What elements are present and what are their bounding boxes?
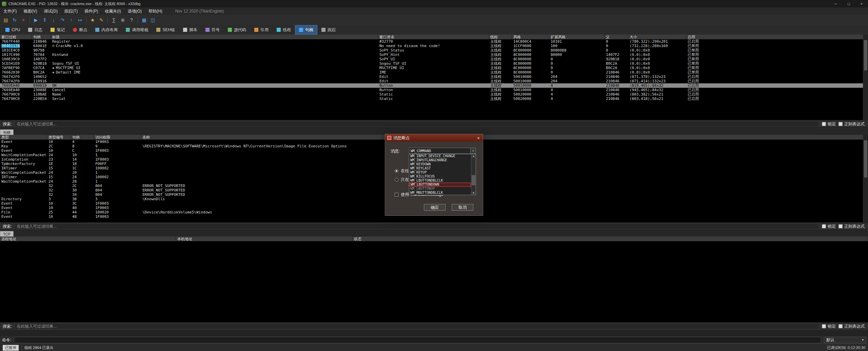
memory-window-icon[interactable]: ▦ <box>140 16 148 24</box>
column-header[interactable]: 父 <box>605 35 628 39</box>
toolbar-separator[interactable] <box>136 16 139 24</box>
lock-checkbox[interactable]: 锁定 <box>822 324 836 329</box>
windows-table-row[interactable]: 766790C0 110BAE Name Static 主线程 50020000… <box>0 92 863 97</box>
windows-scrollbar[interactable] <box>863 35 868 120</box>
message-option[interactable]: WM_KEYUP <box>409 170 471 174</box>
minimize-button[interactable]: ─ <box>829 0 842 7</box>
scroll-down-icon[interactable]: ▼ <box>471 191 476 195</box>
message-option[interactable]: WM_KEYDOWN <box>409 162 471 166</box>
column-header[interactable]: 标题 <box>51 35 378 39</box>
scroll-up-icon[interactable]: ▲ <box>471 154 476 158</box>
patch-icon[interactable]: ✎ <box>97 16 105 24</box>
run-icon[interactable]: ▶ <box>32 16 40 24</box>
windows-table-row[interactable]: 100E39C0 1407F2 SoPY_UI 主线程 8C000000 0 9… <box>0 57 863 61</box>
windows-table-row[interactable]: 7669EA40 690818 OK Button 主线程 50010000 4… <box>0 83 863 88</box>
toolbar-separator[interactable] <box>28 16 31 24</box>
windows-table-row[interactable]: 76662030 B0C2A ▪Default IME IME 主线程 8C00… <box>0 70 863 75</box>
toolbar-separator[interactable] <box>85 16 88 24</box>
lock-checkbox[interactable]: 锁定 <box>822 224 836 229</box>
message-option[interactable]: WM_KEYLAST <box>409 166 471 170</box>
column-header[interactable]: 线程 <box>489 35 512 39</box>
column-header[interactable]: 风格 <box>512 35 549 39</box>
windows-table-row[interactable]: 766742F0 140652 Edit 主线程 50010080 204 21… <box>0 75 863 79</box>
dialog-close-button[interactable]: × <box>474 134 483 142</box>
tab-cpu[interactable]: CPU <box>1 25 24 35</box>
step-into-icon[interactable]: ↓ <box>50 16 58 24</box>
windows-table-row[interactable]: 1017C490 707A4 Hintwnd SoPY_Hint 主线程 8C0… <box>0 53 863 57</box>
restart-icon[interactable]: ↻ <box>11 16 19 24</box>
close-button[interactable]: × <box>855 0 868 7</box>
column-header[interactable]: 名称 <box>141 135 863 140</box>
windows-table-row[interactable]: 101CE4C0 90798 SoPY_Status 主线程 8C000000 … <box>0 48 863 53</box>
scroll-thumb[interactable] <box>472 175 475 185</box>
command-input[interactable] <box>14 337 821 343</box>
column-header[interactable]: 类型编号 <box>47 135 71 140</box>
handles-window-icon[interactable]: ◫ <box>149 16 157 24</box>
column-header[interactable]: 扩展风格 <box>549 35 605 39</box>
menu-item[interactable]: 收藏夹(I) <box>101 7 124 15</box>
menu-item[interactable]: 文件(F) <box>0 7 20 15</box>
column-header[interactable]: 窗口类名 <box>378 35 489 39</box>
handles-scrollbar[interactable] <box>863 135 868 222</box>
tab-threads[interactable]: 线程 <box>273 25 295 35</box>
search-input[interactable]: 在此输入可过滤结果... <box>15 223 819 229</box>
settings-icon[interactable]: ⊛ <box>119 16 127 24</box>
message-option[interactable]: WM_INPUTLANGCHANGE <box>409 158 471 162</box>
tab-notes[interactable]: 笔记 <box>46 25 69 35</box>
column-header[interactable]: 本机地址 <box>176 236 353 241</box>
message-option[interactable]: WM_LBUTTONUP <box>409 187 471 191</box>
help-icon[interactable]: ? <box>127 16 136 24</box>
tab-call-stack[interactable]: 调用堆栈 <box>122 25 152 35</box>
tab-trace[interactable]: 跟踪 <box>317 25 340 35</box>
handles-section-tab[interactable]: 句柄 <box>0 129 14 135</box>
column-header[interactable]: 远程地址 <box>0 236 176 241</box>
column-header[interactable]: 句柄 <box>71 135 94 140</box>
message-option[interactable]: WM_MBUTTONDBLCLK <box>409 191 471 195</box>
menu-item[interactable]: 视图(V) <box>20 7 40 15</box>
tab-references[interactable]: 引用 <box>250 25 273 35</box>
menu-item[interactable]: 插件(P) <box>81 7 101 15</box>
menu-item[interactable]: 跟踪(T) <box>61 7 81 15</box>
dropdown-scrollbar[interactable]: ▲ ▼ <box>471 154 476 195</box>
column-header[interactable]: 窗口过程 <box>0 35 32 39</box>
windows-table-row[interactable]: 766790C0 220B54 Serial Static 主线程 500200… <box>0 97 863 101</box>
column-header[interactable]: 启用 <box>686 35 863 39</box>
column-header[interactable]: 类型 <box>0 135 47 140</box>
column-header[interactable]: 状态 <box>353 236 868 241</box>
tab-symbols[interactable]: 符号 <box>201 25 224 35</box>
windows-table-row[interactable]: 7669EA40 23088E Cancel Button 主线程 500100… <box>0 88 863 92</box>
dialog-titlebar[interactable]: 消息断点 × <box>385 134 483 142</box>
column-header[interactable]: 句柄 <box>32 35 51 39</box>
menu-item[interactable]: 选项(O) <box>124 7 145 15</box>
message-option[interactable]: WM_LBUTTONDBLCLK <box>409 179 471 183</box>
regex-checkbox[interactable]: 正则表达式 <box>839 224 865 229</box>
search-input[interactable]: 在此输入可过滤结果... <box>15 121 819 127</box>
tcp-section-tab[interactable]: TCP <box>0 231 14 237</box>
tab-memory-map[interactable]: 内存布局 <box>91 25 122 35</box>
message-option[interactable]: WM_LBUTTONDOWN <box>409 183 471 187</box>
tab-breakpoints[interactable]: 断点 <box>69 25 91 35</box>
windows-table-row[interactable]: 5CD341E0 920B18 Sogou_TSF_UI Sogou_TSF_U… <box>0 61 863 66</box>
windows-table-row[interactable]: 766742F0 110916 Edit 主线程 50010080 204 21… <box>0 79 863 83</box>
step-out-icon[interactable]: ↑ <box>67 16 75 24</box>
combo-arrow-icon[interactable]: ▾ <box>470 148 476 153</box>
tab-source[interactable]: 源代码 <box>224 25 250 35</box>
close-icon[interactable]: × <box>19 16 27 24</box>
tab-script[interactable]: 脚本 <box>179 25 201 35</box>
windows-table-row[interactable]: 7667F440 210846 Register #32770 主线程 14C8… <box>0 39 863 44</box>
message-option[interactable]: WM_KILLFOCUS <box>409 174 471 179</box>
calculator-icon[interactable]: ∑ <box>110 16 118 24</box>
windows-table-row[interactable]: 7AFBEF90 C07CA ▪MSCTFIME UI MSCTFIME UI … <box>0 66 863 70</box>
windows-table-row[interactable]: 00401128 640A1E ☺CrackMe v1.0 No need to… <box>0 44 863 48</box>
ok-button[interactable]: 确定 <box>424 204 446 211</box>
message-combobox[interactable]: WM_COMMAND ▾ <box>409 148 476 154</box>
message-option[interactable]: WM_INPUT_DEVICE_CHANGE <box>409 154 471 158</box>
tab-log[interactable]: 日志 <box>24 25 46 35</box>
lock-checkbox[interactable]: 锁定 <box>822 121 836 127</box>
tab-handles[interactable]: 句柄 <box>295 25 317 35</box>
regex-checkbox[interactable]: 正则表达式 <box>839 121 865 127</box>
regex-checkbox[interactable]: 正则表达式 <box>839 324 865 329</box>
menu-item[interactable]: 调试(D) <box>40 7 61 15</box>
run-to-cursor-icon[interactable]: ↦ <box>76 16 84 24</box>
pause-icon[interactable]: ‖ <box>41 16 49 24</box>
